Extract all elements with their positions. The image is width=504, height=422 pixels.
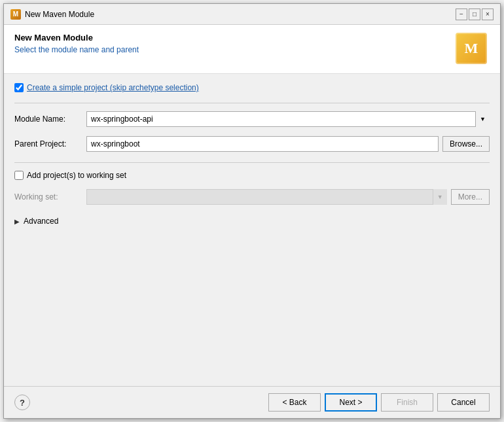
page-subtitle: Select the module name and parent — [14, 45, 456, 54]
working-set-checkbox-row: Add project(s) to working set — [14, 171, 490, 180]
header-text-block: New Maven Module Select the module name … — [14, 33, 456, 54]
footer-left: ? — [14, 395, 30, 410]
browse-button[interactable]: Browse... — [442, 136, 490, 152]
dialog-icon: M — [10, 9, 21, 20]
parent-project-input[interactable] — [86, 136, 439, 152]
parent-project-row: Parent Project: Browse... — [14, 136, 490, 152]
advanced-label: Advanced — [24, 217, 58, 226]
title-bar-left: M New Maven Module — [10, 9, 94, 20]
minimize-button[interactable]: − — [456, 9, 467, 20]
header-icon-container: M — [456, 33, 490, 67]
advanced-arrow-icon: ▶ — [14, 218, 20, 225]
footer-area: ? < Back Next > Finish Cancel — [4, 386, 500, 418]
parent-project-label: Parent Project: — [14, 139, 86, 149]
next-button[interactable]: Next > — [325, 393, 377, 412]
working-set-input-wrapper: ▼ — [86, 189, 447, 205]
content-area: Create a simple project (skip archetype … — [4, 74, 500, 386]
page-title: New Maven Module — [14, 33, 456, 43]
cancel-button[interactable]: Cancel — [437, 393, 490, 412]
working-set-input — [86, 189, 447, 205]
header-section: New Maven Module Select the module name … — [4, 25, 500, 74]
module-name-input-wrapper: ▼ — [86, 111, 490, 127]
simple-project-label[interactable]: Create a simple project (skip archetype … — [27, 83, 199, 92]
module-name-input[interactable] — [86, 111, 490, 127]
module-name-row: Module Name: ▼ — [14, 111, 490, 127]
back-button[interactable]: < Back — [268, 393, 321, 412]
finish-button: Finish — [381, 393, 433, 412]
working-set-checkbox[interactable] — [14, 171, 24, 180]
title-bar-controls: − □ × — [456, 9, 494, 20]
close-button[interactable]: × — [482, 9, 494, 20]
separator-1 — [14, 103, 490, 103]
separator-2 — [14, 162, 490, 163]
working-set-row: Working set: ▼ More... — [14, 189, 490, 205]
working-set-label: Working set: — [14, 192, 86, 202]
simple-project-checkbox[interactable] — [14, 83, 24, 92]
help-button[interactable]: ? — [14, 395, 30, 410]
maven-icon: M — [456, 33, 487, 64]
simple-project-row: Create a simple project (skip archetype … — [14, 83, 490, 92]
dialog-window: M New Maven Module − □ × New Maven Modul… — [3, 3, 501, 419]
more-button[interactable]: More... — [451, 189, 490, 205]
footer-buttons: < Back Next > Finish Cancel — [268, 393, 490, 412]
advanced-row[interactable]: ▶ Advanced — [14, 217, 490, 226]
working-set-checkbox-label[interactable]: Add project(s) to working set — [27, 171, 126, 180]
module-name-label: Module Name: — [14, 114, 86, 124]
title-bar-text: New Maven Module — [25, 10, 94, 19]
maximize-button[interactable]: □ — [469, 9, 480, 20]
title-bar: M New Maven Module − □ × — [4, 4, 500, 25]
